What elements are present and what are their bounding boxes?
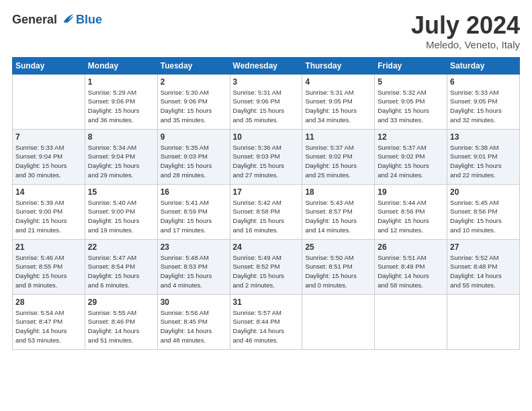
- day-info: Sunrise: 5:37 AM Sunset: 9:02 PM Dayligh…: [305, 143, 371, 180]
- logo-bird-icon: [60, 12, 75, 27]
- day-info: Sunrise: 5:31 AM Sunset: 9:06 PM Dayligh…: [233, 88, 300, 125]
- week-row-1: 1Sunrise: 5:29 AM Sunset: 9:06 PM Daylig…: [13, 74, 520, 129]
- day-info: Sunrise: 5:32 AM Sunset: 9:05 PM Dayligh…: [378, 88, 444, 125]
- day-number: 18: [305, 187, 371, 197]
- day-cell: 3Sunrise: 5:31 AM Sunset: 9:06 PM Daylig…: [230, 74, 302, 129]
- day-cell: 29Sunrise: 5:55 AM Sunset: 8:46 PM Dayli…: [85, 294, 157, 349]
- day-number: 28: [15, 298, 82, 307]
- day-cell: 8Sunrise: 5:34 AM Sunset: 9:04 PM Daylig…: [85, 129, 157, 184]
- day-number: 23: [161, 242, 227, 252]
- week-row-5: 28Sunrise: 5:54 AM Sunset: 8:47 PM Dayli…: [13, 294, 520, 349]
- day-cell: 31Sunrise: 5:57 AM Sunset: 8:44 PM Dayli…: [230, 294, 302, 349]
- day-cell: 5Sunrise: 5:32 AM Sunset: 9:05 PM Daylig…: [375, 74, 447, 129]
- day-cell: [447, 294, 520, 349]
- day-number: 17: [233, 187, 300, 197]
- calendar-table: SundayMondayTuesdayWednesdayThursdayFrid…: [12, 57, 520, 350]
- day-info: Sunrise: 5:48 AM Sunset: 8:53 PM Dayligh…: [161, 253, 227, 290]
- col-header-wednesday: Wednesday: [230, 57, 302, 74]
- day-info: Sunrise: 5:35 AM Sunset: 9:03 PM Dayligh…: [161, 143, 227, 180]
- day-cell: 20Sunrise: 5:45 AM Sunset: 8:56 PM Dayli…: [447, 184, 520, 239]
- day-info: Sunrise: 5:44 AM Sunset: 8:56 PM Dayligh…: [378, 198, 444, 235]
- day-cell: 28Sunrise: 5:54 AM Sunset: 8:47 PM Dayli…: [13, 294, 85, 349]
- day-cell: [13, 74, 85, 129]
- col-header-saturday: Saturday: [447, 57, 520, 74]
- day-cell: 19Sunrise: 5:44 AM Sunset: 8:56 PM Dayli…: [375, 184, 447, 239]
- day-cell: 6Sunrise: 5:33 AM Sunset: 9:05 PM Daylig…: [447, 74, 520, 129]
- col-header-thursday: Thursday: [302, 57, 375, 74]
- day-cell: 14Sunrise: 5:39 AM Sunset: 9:00 PM Dayli…: [13, 184, 85, 239]
- day-cell: [375, 294, 447, 349]
- day-info: Sunrise: 5:37 AM Sunset: 9:02 PM Dayligh…: [378, 143, 444, 180]
- day-info: Sunrise: 5:36 AM Sunset: 9:03 PM Dayligh…: [233, 143, 300, 180]
- week-row-2: 7Sunrise: 5:33 AM Sunset: 9:04 PM Daylig…: [13, 129, 520, 184]
- day-info: Sunrise: 5:43 AM Sunset: 8:57 PM Dayligh…: [305, 198, 371, 235]
- day-cell: 13Sunrise: 5:38 AM Sunset: 9:01 PM Dayli…: [447, 129, 520, 184]
- day-number: 31: [233, 298, 300, 307]
- day-cell: 17Sunrise: 5:42 AM Sunset: 8:58 PM Dayli…: [230, 184, 302, 239]
- day-number: 25: [305, 242, 371, 252]
- day-number: 29: [88, 298, 154, 307]
- day-number: 24: [233, 242, 300, 252]
- day-cell: 12Sunrise: 5:37 AM Sunset: 9:02 PM Dayli…: [375, 129, 447, 184]
- day-info: Sunrise: 5:40 AM Sunset: 9:00 PM Dayligh…: [88, 198, 154, 235]
- day-number: 30: [161, 298, 227, 307]
- header: General Blue July 2024 Meledo, Veneto, I…: [12, 12, 520, 50]
- day-cell: 21Sunrise: 5:46 AM Sunset: 8:55 PM Dayli…: [13, 239, 85, 294]
- header-row: SundayMondayTuesdayWednesdayThursdayFrid…: [13, 57, 520, 74]
- title-area: July 2024 Meledo, Veneto, Italy: [411, 12, 520, 50]
- day-cell: 18Sunrise: 5:43 AM Sunset: 8:57 PM Dayli…: [302, 184, 375, 239]
- day-number: 12: [378, 132, 444, 142]
- month-title: July 2024: [411, 12, 520, 39]
- day-info: Sunrise: 5:41 AM Sunset: 8:59 PM Dayligh…: [161, 198, 227, 235]
- day-cell: 4Sunrise: 5:31 AM Sunset: 9:05 PM Daylig…: [302, 74, 375, 129]
- col-header-sunday: Sunday: [13, 57, 85, 74]
- day-info: Sunrise: 5:39 AM Sunset: 9:00 PM Dayligh…: [15, 198, 82, 235]
- day-cell: 25Sunrise: 5:50 AM Sunset: 8:51 PM Dayli…: [302, 239, 375, 294]
- day-cell: 7Sunrise: 5:33 AM Sunset: 9:04 PM Daylig…: [13, 129, 85, 184]
- day-cell: 23Sunrise: 5:48 AM Sunset: 8:53 PM Dayli…: [157, 239, 230, 294]
- col-header-friday: Friday: [375, 57, 447, 74]
- day-number: 3: [233, 77, 300, 87]
- day-number: 1: [88, 77, 154, 87]
- day-info: Sunrise: 5:29 AM Sunset: 9:06 PM Dayligh…: [88, 88, 154, 125]
- day-cell: 27Sunrise: 5:52 AM Sunset: 8:48 PM Dayli…: [447, 239, 520, 294]
- day-info: Sunrise: 5:55 AM Sunset: 8:46 PM Dayligh…: [88, 308, 154, 345]
- day-number: 11: [305, 132, 371, 142]
- day-info: Sunrise: 5:57 AM Sunset: 8:44 PM Dayligh…: [233, 308, 300, 345]
- day-number: 8: [88, 132, 154, 142]
- day-number: 4: [305, 77, 371, 87]
- day-number: 6: [450, 77, 517, 87]
- day-number: 26: [378, 242, 444, 252]
- day-info: Sunrise: 5:33 AM Sunset: 9:04 PM Dayligh…: [15, 143, 82, 180]
- week-row-4: 21Sunrise: 5:46 AM Sunset: 8:55 PM Dayli…: [13, 239, 520, 294]
- day-number: 7: [15, 132, 82, 142]
- day-cell: 9Sunrise: 5:35 AM Sunset: 9:03 PM Daylig…: [157, 129, 230, 184]
- day-info: Sunrise: 5:51 AM Sunset: 8:49 PM Dayligh…: [378, 253, 444, 290]
- day-number: 27: [450, 242, 517, 252]
- day-info: Sunrise: 5:54 AM Sunset: 8:47 PM Dayligh…: [15, 308, 82, 345]
- day-number: 21: [15, 242, 82, 252]
- day-info: Sunrise: 5:52 AM Sunset: 8:48 PM Dayligh…: [450, 253, 517, 290]
- day-info: Sunrise: 5:30 AM Sunset: 9:06 PM Dayligh…: [161, 88, 227, 125]
- day-info: Sunrise: 5:34 AM Sunset: 9:04 PM Dayligh…: [88, 143, 154, 180]
- day-cell: 2Sunrise: 5:30 AM Sunset: 9:06 PM Daylig…: [157, 74, 230, 129]
- day-number: 10: [233, 132, 300, 142]
- day-cell: 30Sunrise: 5:56 AM Sunset: 8:45 PM Dayli…: [157, 294, 230, 349]
- day-number: 22: [88, 242, 154, 252]
- logo-general-text: General: [12, 13, 57, 27]
- day-info: Sunrise: 5:46 AM Sunset: 8:55 PM Dayligh…: [15, 253, 82, 290]
- day-number: 19: [378, 187, 444, 197]
- day-cell: 16Sunrise: 5:41 AM Sunset: 8:59 PM Dayli…: [157, 184, 230, 239]
- col-header-monday: Monday: [85, 57, 157, 74]
- logo-blue-text: Blue: [76, 13, 102, 27]
- day-number: 14: [15, 187, 82, 197]
- day-number: 9: [161, 132, 227, 142]
- day-cell: 10Sunrise: 5:36 AM Sunset: 9:03 PM Dayli…: [230, 129, 302, 184]
- day-cell: 11Sunrise: 5:37 AM Sunset: 9:02 PM Dayli…: [302, 129, 375, 184]
- day-info: Sunrise: 5:38 AM Sunset: 9:01 PM Dayligh…: [450, 143, 517, 180]
- day-number: 5: [378, 77, 444, 87]
- location: Meledo, Veneto, Italy: [411, 39, 520, 50]
- day-number: 13: [450, 132, 517, 142]
- logo: General Blue: [12, 12, 102, 27]
- day-number: 16: [161, 187, 227, 197]
